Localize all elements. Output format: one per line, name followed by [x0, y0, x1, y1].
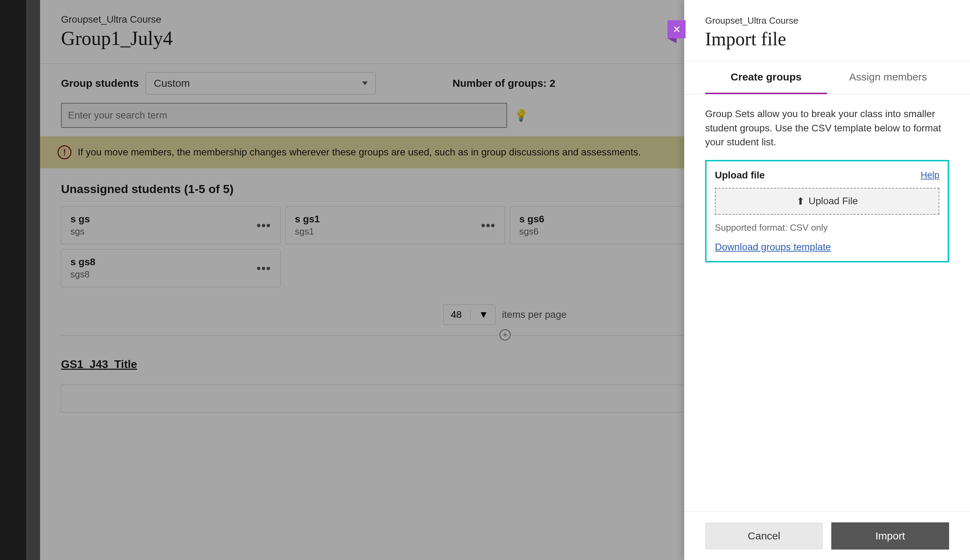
upload-file-text: Upload File [808, 195, 858, 207]
student-card[interactable]: s gs8 sgs8 ••• [61, 249, 281, 287]
warning-text: If you move members, the membership chan… [78, 147, 641, 158]
items-per-page-select[interactable]: 48 ▼ [443, 305, 496, 325]
add-group-icon[interactable]: + [500, 329, 511, 340]
import-file-drawer: ✕ Groupset_Ultra Course Import file Crea… [684, 0, 970, 560]
lightbulb-icon[interactable]: 💡 [514, 109, 528, 122]
student-username: sgs6 [519, 226, 545, 237]
student-username: sgs8 [70, 269, 95, 280]
number-of-groups-label: Number of groups: 2 [452, 77, 555, 89]
more-icon[interactable]: ••• [481, 218, 496, 232]
group-students-label: Group students [61, 77, 139, 89]
left-nav-bar [0, 0, 26, 560]
close-icon: ✕ [673, 24, 681, 35]
student-card[interactable]: s gs sgs ••• [61, 206, 281, 244]
student-name: s gs1 [295, 213, 320, 225]
upload-file-label: Upload file [715, 170, 765, 181]
student-username: sgs1 [295, 226, 320, 237]
help-link[interactable]: Help [921, 170, 939, 180]
description-text: Group Sets allow you to break your class… [705, 107, 949, 150]
items-per-page-value: 48 [451, 309, 462, 320]
upload-header: Upload file Help [715, 170, 939, 181]
chevron-down-icon: ▼ [479, 309, 489, 320]
chevron-down-icon [362, 82, 368, 85]
search-input[interactable] [61, 103, 507, 128]
upload-icon: ⬆ [797, 195, 805, 207]
drawer-title: Import file [705, 28, 949, 50]
upload-file-button[interactable]: ⬆ Upload File [715, 188, 939, 215]
drawer-header: Groupset_Ultra Course Import file [684, 0, 970, 61]
student-name: s gs [70, 213, 90, 225]
second-nav-layer [26, 0, 40, 560]
student-username: sgs [70, 226, 90, 237]
cancel-button[interactable]: Cancel [705, 522, 823, 550]
divider [470, 309, 470, 320]
drawer-body: Group Sets allow you to break your class… [684, 95, 970, 512]
supported-format-text: Supported format: CSV only [715, 222, 939, 233]
drawer-footer: Cancel Import [684, 512, 970, 560]
student-card[interactable]: s gs1 sgs1 ••• [285, 206, 505, 244]
tab-assign-members[interactable]: Assign members [827, 61, 949, 94]
group-students-select[interactable]: Custom [146, 72, 376, 95]
student-name: s gs6 [519, 213, 545, 225]
close-button[interactable]: ✕ [667, 20, 686, 38]
tab-create-groups[interactable]: Create groups [705, 61, 827, 94]
download-template-link[interactable]: Download groups template [715, 242, 831, 252]
more-icon[interactable]: ••• [257, 262, 271, 275]
group-students-value: Custom [154, 77, 190, 89]
drawer-breadcrumb: Groupset_Ultra Course [705, 15, 949, 26]
upload-section: Upload file Help ⬆ Upload File Supported… [705, 160, 949, 262]
import-button[interactable]: Import [831, 522, 949, 550]
items-per-page-label: items per page [502, 309, 567, 320]
more-icon[interactable]: ••• [257, 218, 271, 232]
student-name: s gs8 [70, 257, 95, 268]
tabs-row: Create groups Assign members [684, 61, 970, 95]
warning-icon: ! [58, 145, 72, 159]
